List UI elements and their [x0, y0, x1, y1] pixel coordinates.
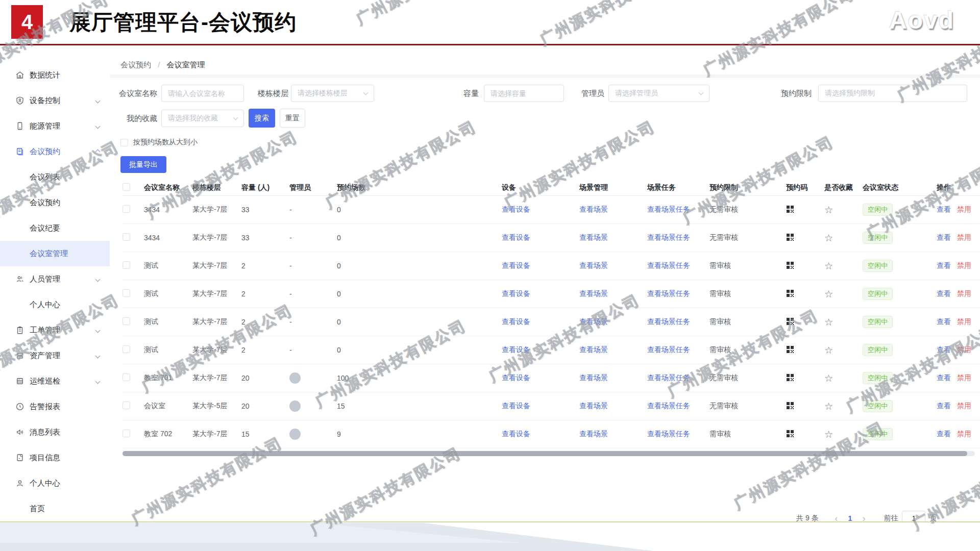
select-all-checkbox[interactable]: [122, 183, 130, 191]
disable-action-link[interactable]: 禁用: [957, 345, 971, 355]
favorite-star-icon[interactable]: ☆: [824, 204, 833, 215]
disable-action-link[interactable]: 禁用: [957, 205, 971, 214]
view-action-link[interactable]: 查看: [937, 317, 951, 327]
favorite-star-icon[interactable]: ☆: [824, 288, 833, 299]
view-scene-link[interactable]: 查看场景: [579, 430, 608, 438]
view-device-link[interactable]: 查看设备: [502, 205, 530, 213]
scrollbar-thumb[interactable]: [122, 451, 967, 456]
sidebar-item-meeting-minutes[interactable]: 会议纪要: [0, 215, 110, 241]
sidebar-item-messages[interactable]: 消息列表: [0, 419, 110, 445]
sidebar-item-device-control[interactable]: 设备控制: [0, 88, 110, 113]
favorite-star-icon[interactable]: ☆: [824, 400, 833, 412]
view-action-link[interactable]: 查看: [937, 373, 951, 383]
view-scene-link[interactable]: 查看场景: [579, 402, 608, 410]
qr-code-icon[interactable]: [786, 317, 794, 325]
row-checkbox[interactable]: [122, 317, 130, 325]
sidebar-item-project-info[interactable]: 项目信息: [0, 445, 110, 470]
disable-action-link[interactable]: 禁用: [957, 261, 971, 270]
disable-action-link[interactable]: 禁用: [957, 289, 971, 298]
limit-select[interactable]: 请选择预约限制: [818, 85, 967, 102]
sidebar-item-work-orders[interactable]: 工单管理: [0, 317, 110, 343]
view-action-link[interactable]: 查看: [937, 430, 951, 439]
disable-action-link[interactable]: 禁用: [957, 233, 971, 242]
sidebar-item-meeting-booking-sub[interactable]: 会议预约: [0, 190, 110, 215]
sidebar-item-assets[interactable]: 资产管理: [0, 343, 110, 368]
sort-checkbox[interactable]: [120, 139, 128, 146]
capacity-input[interactable]: [484, 85, 564, 102]
breadcrumb-parent[interactable]: 会议预约: [120, 60, 151, 69]
view-scene-task-link[interactable]: 查看场景任务: [647, 233, 690, 241]
favorite-star-icon[interactable]: ☆: [824, 372, 833, 384]
favorite-select[interactable]: 请选择我的收藏: [161, 110, 244, 127]
qr-code-icon[interactable]: [786, 373, 794, 382]
view-scene-task-link[interactable]: 查看场景任务: [647, 430, 690, 438]
view-scene-task-link[interactable]: 查看场景任务: [647, 261, 690, 269]
qr-code-icon[interactable]: [786, 345, 794, 354]
view-scene-link[interactable]: 查看场景: [579, 261, 608, 269]
row-checkbox[interactable]: [122, 402, 130, 409]
view-device-link[interactable]: 查看设备: [502, 261, 530, 269]
view-scene-task-link[interactable]: 查看场景任务: [647, 317, 690, 325]
favorite-star-icon[interactable]: ☆: [824, 344, 833, 356]
disable-action-link[interactable]: 禁用: [957, 373, 971, 383]
view-device-link[interactable]: 查看设备: [502, 402, 530, 410]
disable-action-link[interactable]: 禁用: [957, 317, 971, 327]
view-scene-task-link[interactable]: 查看场景任务: [647, 373, 690, 382]
qr-code-icon[interactable]: [786, 261, 794, 269]
view-action-link[interactable]: 查看: [937, 289, 951, 298]
view-action-link[interactable]: 查看: [937, 233, 951, 242]
view-scene-task-link[interactable]: 查看场景任务: [647, 402, 690, 410]
admin-select[interactable]: 请选择管理员: [608, 85, 709, 102]
row-checkbox[interactable]: [122, 430, 130, 437]
view-scene-task-link[interactable]: 查看场景任务: [647, 205, 690, 213]
building-select[interactable]: 请选择楼栋楼层: [291, 85, 374, 102]
sidebar-item-data-stats[interactable]: 数据统计: [0, 62, 110, 88]
view-scene-link[interactable]: 查看场景: [579, 205, 608, 213]
sidebar-item-energy[interactable]: 能源管理: [0, 113, 110, 139]
sidebar-item-alarm-reports[interactable]: 告警报表: [0, 394, 110, 419]
row-checkbox[interactable]: [122, 205, 130, 213]
row-checkbox[interactable]: [122, 233, 130, 241]
favorite-star-icon[interactable]: ☆: [824, 429, 833, 440]
view-action-link[interactable]: 查看: [937, 261, 951, 270]
sidebar-item-inspection[interactable]: 运维巡检: [0, 368, 110, 394]
sidebar-item-meeting-rooms[interactable]: 会议室管理: [0, 241, 110, 266]
view-device-link[interactable]: 查看设备: [502, 233, 530, 241]
disable-action-link[interactable]: 禁用: [957, 430, 971, 439]
row-checkbox[interactable]: [122, 345, 130, 353]
favorite-star-icon[interactable]: ☆: [824, 232, 833, 243]
view-device-link[interactable]: 查看设备: [502, 317, 530, 325]
sidebar-item-meeting-list[interactable]: 会议列表: [0, 164, 110, 190]
horizontal-scrollbar[interactable]: [122, 451, 975, 456]
sidebar-item-personnel[interactable]: 人员管理: [0, 266, 110, 292]
qr-code-icon[interactable]: [786, 233, 794, 241]
batch-export-button[interactable]: 批量导出: [120, 156, 166, 173]
view-scene-link[interactable]: 查看场景: [579, 233, 608, 241]
search-button[interactable]: 搜索: [249, 109, 275, 128]
view-scene-task-link[interactable]: 查看场景任务: [647, 345, 690, 354]
qr-code-icon[interactable]: [786, 402, 794, 410]
favorite-star-icon[interactable]: ☆: [824, 260, 833, 271]
sidebar-item-home[interactable]: 首页: [0, 496, 110, 521]
view-scene-link[interactable]: 查看场景: [579, 373, 608, 382]
row-checkbox[interactable]: [122, 289, 130, 297]
view-action-link[interactable]: 查看: [937, 345, 951, 355]
sidebar-item-meeting-booking[interactable]: 会议预约: [0, 139, 110, 164]
row-checkbox[interactable]: [122, 373, 130, 381]
view-scene-link[interactable]: 查看场景: [579, 317, 608, 325]
view-device-link[interactable]: 查看设备: [502, 430, 530, 438]
reset-button[interactable]: 重置: [280, 109, 305, 128]
qr-code-icon[interactable]: [786, 205, 794, 213]
qr-code-icon[interactable]: [786, 430, 794, 438]
view-action-link[interactable]: 查看: [937, 402, 951, 411]
view-device-link[interactable]: 查看设备: [502, 345, 530, 354]
view-scene-task-link[interactable]: 查看场景任务: [647, 289, 690, 297]
sidebar-item-personal-center-2[interactable]: 个人中心: [0, 470, 110, 496]
view-device-link[interactable]: 查看设备: [502, 289, 530, 297]
favorite-star-icon[interactable]: ☆: [824, 316, 833, 328]
view-scene-link[interactable]: 查看场景: [579, 289, 608, 297]
view-scene-link[interactable]: 查看场景: [579, 345, 608, 354]
row-checkbox[interactable]: [122, 261, 130, 269]
room-name-input[interactable]: [161, 85, 244, 102]
disable-action-link[interactable]: 禁用: [957, 402, 971, 411]
